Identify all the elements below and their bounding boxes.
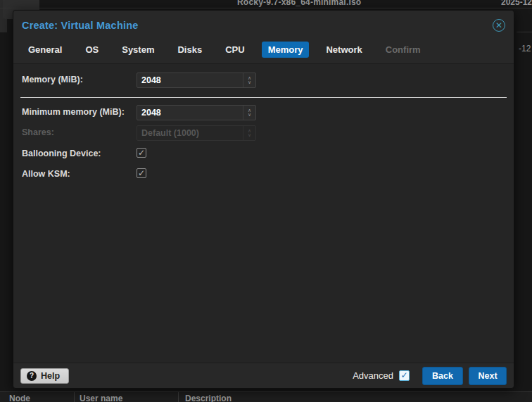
create-vm-dialog: Create: Virtual Machine ✕ General OS Sys… <box>13 10 514 389</box>
background-table-header: Node User name Description <box>0 391 532 402</box>
dialog-header: Create: Virtual Machine ✕ <box>13 11 514 40</box>
background-row-divider-right <box>517 32 532 32</box>
column-header-node: Node <box>9 394 30 402</box>
column-separator <box>74 392 75 402</box>
advanced-label: Advanced <box>353 370 393 381</box>
memory-label: Memory (MiB): <box>22 75 83 84</box>
tab-os[interactable]: OS <box>79 42 105 58</box>
help-icon: ? <box>27 371 37 381</box>
memory-spinner[interactable]: ∧∨ <box>243 73 255 87</box>
advanced-section-divider <box>20 97 507 98</box>
min-memory-field[interactable]: ∧∨ <box>137 105 256 120</box>
ballooning-checkbox[interactable]: ✓ <box>137 148 146 158</box>
tab-memory[interactable]: Memory <box>262 42 310 58</box>
background-date-top: 2025-12 <box>501 0 532 7</box>
column-separator <box>178 392 179 402</box>
next-button[interactable]: Next <box>469 367 507 385</box>
dialog-title: Create: Virtual Machine <box>22 20 493 31</box>
tab-general[interactable]: General <box>22 42 68 58</box>
memory-input[interactable] <box>137 73 243 87</box>
dialog-footer: ? Help Advanced ✓ Back Next <box>13 363 514 388</box>
shares-spinner: ∧∨ <box>243 126 255 140</box>
memory-form-panel: Memory (MiB): ∧∨ Minimum memory (MiB): ∧… <box>13 63 514 363</box>
memory-field[interactable]: ∧∨ <box>137 73 256 88</box>
min-memory-label: Minimum memory (MiB): <box>22 107 125 117</box>
shares-field: ∧∨ <box>137 125 256 141</box>
shares-label: Shares: <box>22 127 54 137</box>
background-iso-filename: Rocky-9.7-x86_64-minimal.iso <box>237 0 361 7</box>
background-date-fragment: -12 <box>519 44 531 54</box>
allow-ksm-label: Allow KSM: <box>22 169 70 179</box>
min-memory-spinner[interactable]: ∧∨ <box>243 106 255 120</box>
background-row-divider <box>0 8 532 8</box>
min-memory-input[interactable] <box>137 106 243 120</box>
tab-cpu[interactable]: CPU <box>219 42 251 58</box>
back-button[interactable]: Back <box>422 367 463 385</box>
tab-system[interactable]: System <box>115 42 160 58</box>
allow-ksm-checkbox[interactable]: ✓ <box>137 168 146 178</box>
tab-disks[interactable]: Disks <box>171 42 208 58</box>
column-header-username: User name <box>80 394 122 402</box>
column-header-description: Description <box>185 394 232 402</box>
tab-confirm: Confirm <box>379 42 427 58</box>
help-button-label: Help <box>41 371 60 381</box>
ballooning-label: Ballooning Device: <box>22 149 101 158</box>
help-button[interactable]: ? Help <box>20 368 69 384</box>
close-icon[interactable]: ✕ <box>493 19 505 32</box>
shares-input <box>137 126 243 140</box>
tab-network[interactable]: Network <box>319 42 368 58</box>
advanced-checkbox[interactable]: ✓ <box>399 370 410 381</box>
wizard-tabbar: General OS System Disks CPU Memory Netwo… <box>13 40 514 63</box>
